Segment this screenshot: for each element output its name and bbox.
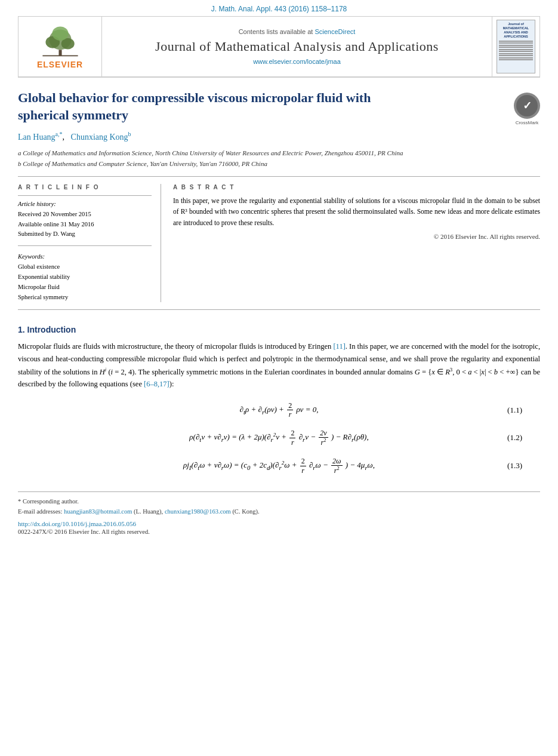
email-label: E-mail addresses: xyxy=(18,508,62,515)
author-b-name: Chunxiang Kong xyxy=(71,133,128,142)
license-text: 0022-247X/© 2016 Elsevier Inc. All right… xyxy=(18,528,540,535)
eq-1-3-number: (1.3) xyxy=(507,461,522,471)
eq-1-3-formula: ρjI(∂tω + v∂rω) = (c0 + 2cd)(∂r2ω + 2 r … xyxy=(54,457,504,475)
author-b-sup: b xyxy=(128,131,131,137)
email-1-link[interactable]: huangjian83@hotmail.com xyxy=(64,508,132,515)
submitted-by: Submitted by D. Wang xyxy=(18,229,152,239)
email-line: E-mail addresses: huangjian83@hotmail.co… xyxy=(18,507,540,517)
keywords-title: Keywords: xyxy=(18,253,152,260)
abstract-title: A B S T R A C T xyxy=(173,184,540,190)
authors-line: Lan Huanga,*, Chunxiang Kongb xyxy=(18,131,540,142)
elsevier-logo-section: ELSEVIER xyxy=(19,17,102,76)
introduction-section: 1. Introduction Micropolar fluids are fl… xyxy=(18,325,540,480)
journal-header: ELSEVIER Contents lists available at Sci… xyxy=(18,16,540,78)
intro-paragraph: Micropolar fluids are fluids with micros… xyxy=(18,340,540,391)
journal-thumbnail: Journal ofMATHEMATICALANALYSIS ANDAPPLIC… xyxy=(497,20,535,73)
science-direct-link[interactable]: ScienceDirect xyxy=(315,28,355,35)
thumb-lines xyxy=(499,41,533,71)
contents-line: Contents lists available at ScienceDirec… xyxy=(239,28,356,35)
received-date: Received 20 November 2015 xyxy=(18,210,152,220)
article-info-col: A R T I C L E I N F O Article history: R… xyxy=(18,184,161,303)
eq-1-2-formula: ρ(∂tv + v∂rv) = (λ + 2μ)(∂r2v + 2 r ∂rv … xyxy=(54,429,504,447)
thumb-title: Journal ofMATHEMATICALANALYSIS ANDAPPLIC… xyxy=(499,22,533,39)
crossmark-label: CrossMark xyxy=(514,120,540,125)
affiliation-b: b College of Mathematics and Computer Sc… xyxy=(18,159,540,169)
svg-text:✓: ✓ xyxy=(523,100,532,112)
crossmark-section: ✓ CrossMark xyxy=(514,93,540,125)
svg-rect-0 xyxy=(58,50,61,56)
author-a-name: Lan Huang xyxy=(18,133,56,142)
info-abstract-section: A R T I C L E I N F O Article history: R… xyxy=(18,184,540,303)
keyword-1: Global existence xyxy=(18,262,152,272)
journal-url[interactable]: www.elsevier.com/locate/jmaa xyxy=(253,58,341,65)
eq-1-1-number: (1.1) xyxy=(507,405,522,415)
main-content: ✓ CrossMark Global behavior for compress… xyxy=(18,78,540,547)
journal-title: Journal of Mathematical Analysis and App… xyxy=(155,39,439,54)
keywords-section: Keywords: Global existence Exponential s… xyxy=(18,253,152,302)
keyword-3: Micropolar fluid xyxy=(18,282,152,293)
intro-title: 1. Introduction xyxy=(18,325,540,334)
affiliation-a: a College of Mathematics and Information… xyxy=(18,148,540,158)
abstract-col: A B S T R A C T In this paper, we prove … xyxy=(173,184,540,303)
paper-title: Global behavior for compressible viscous… xyxy=(18,90,424,124)
citation-11[interactable]: [11] xyxy=(333,342,345,351)
copyright-text: © 2016 Elsevier Inc. All rights reserved… xyxy=(173,233,540,240)
journal-reference: J. Math. Anal. Appl. 443 (2016) 1158–117… xyxy=(0,0,558,16)
keyword-2: Exponential stability xyxy=(18,272,152,282)
keyword-4: Spherical symmetry xyxy=(18,293,152,303)
available-date: Available online 31 May 2016 xyxy=(18,220,152,230)
eq-1-1-formula: ∂tρ + ∂r(ρv) + 2 r ρv = 0, xyxy=(54,401,504,419)
email-2-name: (C. Kong). xyxy=(232,508,259,515)
divider-1 xyxy=(18,176,540,177)
equation-1-2: ρ(∂tv + v∂rv) = (λ + 2μ)(∂r2v + 2 r ∂rv … xyxy=(18,424,540,452)
contents-text: Contents lists available at xyxy=(239,28,313,35)
corresponding-author: * Corresponding author. xyxy=(18,497,540,507)
elsevier-tree-icon xyxy=(39,24,81,57)
article-info-title: A R T I C L E I N F O xyxy=(18,184,152,190)
equation-1-1: ∂tρ + ∂r(ρv) + 2 r ρv = 0, (1.1) xyxy=(18,397,540,424)
svg-point-4 xyxy=(52,26,68,41)
abstract-text: In this paper, we prove the regularity a… xyxy=(173,195,540,228)
journal-thumbnail-section: Journal ofMATHEMATICALANALYSIS ANDAPPLIC… xyxy=(492,17,539,76)
email-2-link[interactable]: chunxiang1980@163.com xyxy=(165,508,231,515)
elsevier-brand-text: ELSEVIER xyxy=(37,60,83,69)
doi-link[interactable]: http://dx.doi.org/10.1016/j.jmaa.2016.05… xyxy=(18,520,540,527)
affiliations: a College of Mathematics and Information… xyxy=(18,148,540,169)
author-a-sup: a,* xyxy=(56,131,63,137)
equation-1-3: ρjI(∂tω + v∂rω) = (c0 + 2cd)(∂r2ω + 2 r … xyxy=(18,452,540,480)
crossmark-icon: ✓ xyxy=(514,93,540,119)
email-1-name: (L. Huang), xyxy=(134,508,163,515)
history-title: Article history: xyxy=(18,201,152,207)
eq-1-2-number: (1.2) xyxy=(507,433,522,442)
header-center: Contents lists available at ScienceDirec… xyxy=(102,17,492,76)
citation-6-8-17[interactable]: [6–8,17] xyxy=(144,380,169,388)
divider-2 xyxy=(18,309,540,310)
journal-ref-text: J. Math. Anal. Appl. 443 (2016) 1158–117… xyxy=(211,5,347,13)
footnote-area: * Corresponding author. E-mail addresses… xyxy=(18,491,540,535)
